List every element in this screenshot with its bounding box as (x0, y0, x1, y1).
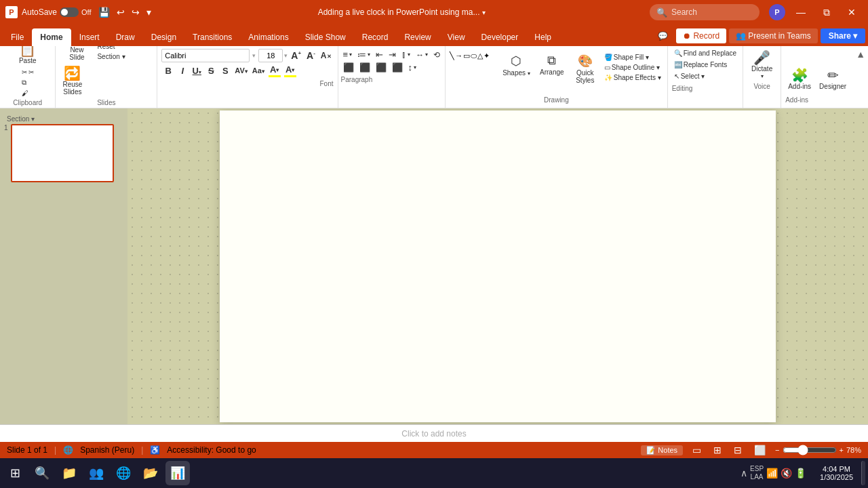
taskbar-search-button[interactable]: 🔍 (30, 461, 54, 485)
find-replace-button[interactable]: 🔍 Find and Replace (672, 49, 738, 58)
zoom-slider[interactable] (783, 445, 837, 455)
increase-indent-button[interactable]: ⇥ (387, 49, 398, 60)
align-left-button[interactable]: ⬛ (341, 62, 356, 73)
user-avatar[interactable]: P (769, 4, 785, 20)
zoom-out-icon[interactable]: − (775, 446, 779, 454)
bold-button[interactable]: B (161, 65, 175, 77)
columns-button[interactable]: ⫿▾ (399, 49, 412, 60)
tab-review[interactable]: Review (396, 28, 439, 46)
section-button[interactable]: Section ▾ (95, 52, 127, 61)
tab-slideshow[interactable]: Slide Show (297, 28, 354, 46)
align-right-button[interactable]: ⬛ (374, 62, 389, 73)
shape-arrow-icon[interactable]: → (455, 52, 462, 60)
bullets-button[interactable]: ≡▾ (341, 49, 355, 60)
battery-icon[interactable]: 🔋 (795, 468, 806, 479)
restore-button[interactable]: ⧉ (816, 0, 837, 24)
taskbar-explorer-button[interactable]: 📂 (138, 461, 163, 485)
font-color-button[interactable]: A▾ (267, 64, 282, 75)
zoom-in-icon[interactable]: + (840, 446, 844, 454)
tab-animations[interactable]: Animations (240, 28, 296, 46)
cut-button[interactable]: ✂ ✂ (20, 68, 36, 77)
undo-button[interactable]: ↩ (114, 5, 127, 19)
replace-fonts-button[interactable]: 🔤 Replace Fonts (672, 60, 738, 69)
share-button[interactable]: Share ▾ (821, 28, 865, 43)
justify-button[interactable]: ⬛ (390, 62, 405, 73)
addins-button[interactable]: 🧩 Add-ins (785, 66, 814, 92)
arrange-button[interactable]: ⧉ Arrange (536, 52, 568, 78)
tab-design[interactable]: Design (143, 28, 184, 46)
volume-icon[interactable]: 🔇 (781, 468, 792, 479)
shape-fill-button[interactable]: 🪣 Shape Fill ▾ (602, 53, 663, 62)
slide-canvas[interactable] (220, 110, 776, 422)
decrease-indent-button[interactable]: ⇤ (374, 49, 385, 60)
reading-view-button[interactable]: ⊟ (731, 443, 745, 457)
line-spacing-button[interactable]: ↕▾ (406, 62, 419, 73)
tab-home[interactable]: Home (32, 28, 71, 46)
save-button[interactable]: 💾 (96, 5, 113, 19)
shapes-button[interactable]: ⬡ Shapes ▾ (500, 52, 533, 79)
shape-effects-button[interactable]: ✨ Shape Effects ▾ (602, 73, 663, 82)
taskbar-files-button[interactable]: 📁 (57, 461, 81, 485)
quick-access-dropdown[interactable]: ▾ (144, 5, 154, 19)
slide-sorter-button[interactable]: ⊞ (711, 443, 724, 457)
present-teams-button[interactable]: 👥 Present in Teams (729, 28, 818, 43)
shape-tri-icon[interactable]: △ (477, 52, 483, 60)
tab-developer[interactable]: Developer (473, 28, 527, 46)
section-label[interactable]: Section ▾ (7, 115, 35, 123)
taskbar-teams-button[interactable]: 👥 (84, 461, 108, 485)
notes-toggle-button[interactable]: 📝 Notes (641, 445, 683, 455)
taskbar-chrome-button[interactable]: 🌐 (111, 461, 136, 485)
shape-star-icon[interactable]: ✦ (484, 52, 490, 60)
convert-smartart-button[interactable]: ⟲ (431, 49, 442, 60)
reset-button[interactable]: Reset (95, 46, 117, 51)
close-button[interactable]: ✕ (841, 0, 863, 24)
font-size-input[interactable] (258, 49, 283, 62)
autosave-toggle[interactable] (60, 7, 79, 17)
minimize-button[interactable]: — (789, 0, 812, 24)
format-painter-button[interactable]: 🖌 (20, 89, 36, 98)
tab-view[interactable]: View (439, 28, 473, 46)
notes-bar[interactable]: Click to add notes (0, 424, 868, 442)
collapse-ribbon-button[interactable]: ▲ (856, 49, 865, 60)
shrink-font-button[interactable]: A- (304, 49, 317, 62)
numbering-button[interactable]: ≔▾ (355, 49, 372, 60)
taskbar-clock[interactable]: 4:04 PM 1/30/2025 (814, 465, 859, 481)
paste-button[interactable]: 📋 Paste (13, 46, 43, 66)
shape-oval-icon[interactable]: ⬭ (471, 52, 477, 60)
strikethrough-button[interactable]: S (204, 65, 218, 77)
start-button[interactable]: ⊞ (3, 461, 27, 485)
text-direction-button[interactable]: ↔▾ (414, 49, 430, 60)
show-desktop-button[interactable] (861, 461, 865, 485)
network-icon[interactable]: 📶 (766, 468, 778, 479)
change-case-button[interactable]: Aa▾ (250, 66, 267, 75)
slide-thumbnail-1[interactable] (11, 124, 114, 182)
text-shadow-button[interactable]: S (218, 65, 232, 77)
shape-outline-button[interactable]: ▭ Shape Outline ▾ (602, 63, 663, 72)
dictate-button[interactable]: 🎤 Dictate ▾ (749, 49, 775, 81)
zoom-percent[interactable]: 78% (846, 446, 861, 454)
char-spacing-button[interactable]: AV▾ (233, 66, 249, 75)
search-input[interactable]: Search (671, 7, 753, 17)
tray-expand-icon[interactable]: ∧ (741, 468, 747, 479)
grow-font-button[interactable]: A+ (289, 49, 303, 62)
quick-styles-button[interactable]: 🎨 Quick Styles (571, 52, 599, 86)
new-slide-button[interactable]: 🖼 New Slide (60, 46, 94, 63)
taskbar-powerpoint-button[interactable]: 📊 (165, 461, 190, 485)
designer-button[interactable]: ✏ Designer (816, 66, 849, 92)
copy-button[interactable]: ⧉ (20, 78, 36, 87)
italic-button[interactable]: I (176, 65, 189, 77)
presenter-view-button[interactable]: ⬜ (751, 443, 768, 457)
redo-button[interactable]: ↪ (129, 5, 142, 19)
slide-item-1[interactable]: 1 (4, 124, 123, 182)
highlight-button[interactable]: A▾ (283, 64, 298, 75)
record-button[interactable]: ⏺ Record (676, 28, 726, 43)
underline-button[interactable]: U▾ (190, 65, 203, 77)
shape-line-icon[interactable]: ╲ (450, 52, 454, 60)
tab-insert[interactable]: Insert (71, 28, 108, 46)
tab-record[interactable]: Record (354, 28, 397, 46)
tab-draw[interactable]: Draw (108, 28, 143, 46)
select-button[interactable]: ↖ Select ▾ (672, 72, 738, 81)
tab-help[interactable]: Help (526, 28, 559, 46)
normal-view-button[interactable]: ▭ (690, 443, 704, 457)
comments-button[interactable]: 💬 (652, 28, 673, 43)
